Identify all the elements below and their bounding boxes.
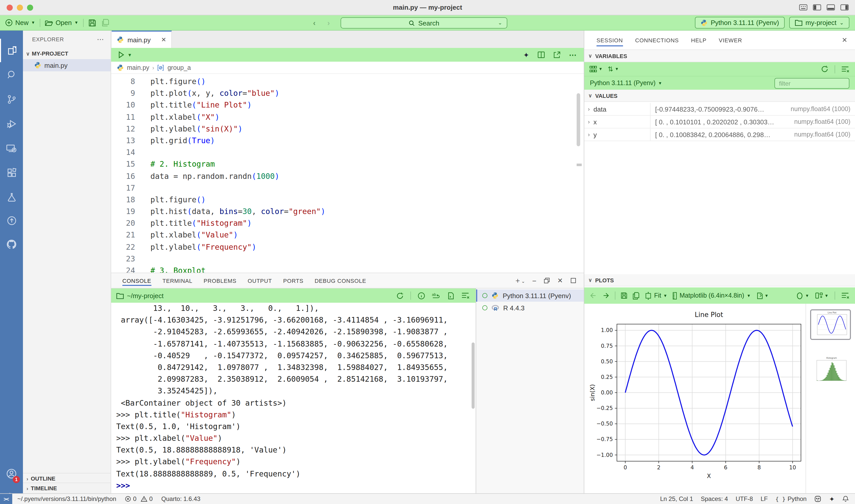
remote-console-icon[interactable]	[0, 137, 23, 160]
right-tab-session[interactable]: SESSION	[596, 31, 623, 50]
run-options-caret[interactable]: ▼	[127, 52, 132, 57]
open-button[interactable]: Open▼	[45, 19, 78, 26]
console-info-icon[interactable]	[417, 292, 425, 300]
project-button[interactable]: my-project ⌄	[789, 17, 849, 29]
code-line[interactable]: 22plt.ylabel("Frequency")	[111, 241, 584, 253]
right-tab-help[interactable]: HELP	[691, 31, 707, 50]
plot-thumbnail-line[interactable]: Line Plot	[810, 309, 851, 340]
variables-session-selector[interactable]: Python 3.11.11 (Pyenv)▼	[584, 76, 855, 90]
interpreter-path[interactable]: ~/.pyenv/versions/3.11.11/bin/python	[17, 495, 116, 502]
run-debug-icon[interactable]	[0, 112, 23, 136]
tab-close-icon[interactable]: ✕	[161, 36, 166, 43]
restore-panel-icon[interactable]	[544, 277, 550, 284]
plot-theme-icon[interactable]: ▼	[796, 292, 809, 300]
export-plot-icon[interactable]: ▼	[756, 292, 769, 300]
nav-back-icon[interactable]: ‹	[313, 18, 316, 27]
timeline-section[interactable]: ›TIMELINE	[23, 483, 111, 493]
account-icon[interactable]: 1	[0, 462, 23, 485]
extensions-icon[interactable]	[0, 161, 23, 184]
notifications-bell-icon[interactable]	[842, 495, 849, 502]
file-item-mainpy[interactable]: main.py	[23, 59, 111, 71]
customize-layout-icon[interactable]	[799, 3, 807, 12]
breadcrumb-file[interactable]: main.py	[127, 64, 149, 71]
code-line[interactable]: 8plt.figure()	[111, 76, 584, 88]
plots-layout-icon[interactable]: ▼	[815, 292, 829, 299]
close-panel-icon[interactable]: ✕	[557, 277, 563, 284]
interpreter-button[interactable]: Python 3.11.11 (Pyenv)	[695, 17, 785, 29]
code-line[interactable]: 12plt.ylabel("sin(X)")	[111, 123, 584, 135]
breadcrumb-symbol[interactable]: group_a	[167, 64, 191, 71]
code-line[interactable]: 10plt.title("Line Plot")	[111, 100, 584, 111]
maximize-panel-icon[interactable]	[570, 277, 577, 284]
code-line[interactable]: 14	[111, 147, 584, 159]
feedback-icon[interactable]	[814, 495, 821, 502]
outline-section[interactable]: ›OUTLINE	[23, 473, 111, 484]
code-line[interactable]: 18plt.figure()	[111, 194, 584, 206]
explorer-icon[interactable]	[0, 39, 23, 62]
eol-sequence[interactable]: LF	[761, 495, 768, 502]
clear-console-icon[interactable]	[461, 292, 469, 299]
save-button[interactable]	[88, 19, 96, 27]
next-plot-icon[interactable]	[602, 292, 610, 299]
copy-plot-icon[interactable]	[633, 292, 639, 300]
panel-tab-problems[interactable]: PROBLEMS	[204, 273, 236, 288]
tab-mainpy[interactable]: main.py ✕	[112, 31, 172, 48]
search-input[interactable]: Search ⌄	[341, 17, 507, 29]
word-wrap-icon[interactable]: ab	[432, 292, 441, 300]
variable-row-y[interactable]: ›y[ 0. , 0.10083842, 0.20064886, 0.298…n…	[584, 128, 855, 141]
new-terminal-icon[interactable]: ＋⌄	[514, 276, 525, 285]
run-file-button[interactable]	[117, 51, 125, 59]
fit-plot-icon[interactable]: Fit▼	[644, 292, 667, 300]
code-line[interactable]: 23	[111, 253, 584, 265]
previous-plot-icon[interactable]	[589, 292, 597, 299]
save-plot-icon[interactable]	[621, 292, 628, 299]
console-scrollbar[interactable]	[471, 342, 475, 409]
editor-more-actions-icon[interactable]: ⋯	[569, 50, 577, 59]
console-output[interactable]: 13., 10., 3., 3., 0., 1.]), array([-4.16…	[116, 303, 473, 493]
clear-plots-icon[interactable]	[841, 292, 849, 299]
new-button[interactable]: New▼	[5, 19, 35, 26]
remote-indicator[interactable]: ><	[0, 494, 12, 504]
right-tab-viewer[interactable]: VIEWER	[719, 31, 742, 50]
toggle-sidebar-left-icon[interactable]	[813, 3, 821, 12]
open-in-new-window-icon[interactable]	[553, 51, 561, 59]
sparkle-ai-icon[interactable]: ✦	[523, 51, 529, 59]
language-mode[interactable]: { }Python	[776, 495, 806, 502]
restart-console-icon[interactable]	[396, 292, 404, 300]
explorer-more-icon[interactable]: ⋯	[97, 35, 105, 43]
code-line[interactable]: 24# 3. Boxplot	[111, 265, 584, 273]
panel-tab-terminal[interactable]: TERMINAL	[162, 273, 193, 288]
current-plot[interactable]: 02468101.000.750.500.250.00−0.25−0.50−0.…	[584, 304, 806, 493]
minimize-panel-icon[interactable]: −	[532, 276, 536, 285]
panel-tab-debug-console[interactable]: DEBUG CONSOLE	[315, 273, 366, 288]
quarto-version[interactable]: Quarto: 1.6.43	[161, 495, 200, 502]
problems-status[interactable]: 0 0	[125, 495, 153, 502]
code-line[interactable]: 19plt.hist(data, bins=30, color="green")	[111, 206, 584, 218]
variables-section-header[interactable]: ∨VARIABLES	[584, 50, 855, 62]
editor-scrollbar[interactable]	[577, 93, 580, 146]
variable-row-data[interactable]: ›data[-0.97448233,-0.75009923,-0.9076…nu…	[584, 103, 855, 116]
panel-tab-console[interactable]: CONSOLE	[122, 273, 151, 288]
plot-thumbnail-histogram[interactable]: Histogram	[810, 355, 851, 385]
code-line[interactable]: 16data = np.random.randn(1000)	[111, 170, 584, 182]
github-icon[interactable]	[0, 232, 23, 256]
split-editor-icon[interactable]	[537, 51, 545, 59]
code-line[interactable]: 15# 2. Histogram	[111, 159, 584, 170]
code-line[interactable]: 20plt.title("Histogram")	[111, 218, 584, 230]
save-all-button[interactable]	[101, 19, 110, 27]
clear-variables-icon[interactable]	[841, 66, 849, 73]
code-line[interactable]: 9plt.plot(x, y, color="blue")	[111, 88, 584, 100]
sort-variables-icon[interactable]: ⇅▼	[608, 65, 619, 73]
publish-icon[interactable]	[0, 209, 23, 232]
session-python[interactable]: Python 3.11.11 (Pyenv)	[476, 289, 584, 302]
cursor-position[interactable]: Ln 25, Col 1	[660, 495, 693, 502]
plot-size-button[interactable]: Matplotlib (6.4in×4.8in)▼	[673, 292, 751, 300]
indentation[interactable]: Spaces: 4	[701, 495, 728, 502]
code-line[interactable]: 21plt.xlabel("Value")	[111, 230, 584, 241]
source-control-icon[interactable]	[0, 88, 23, 111]
session-r[interactable]: RR 4.4.3	[476, 302, 584, 314]
nav-forward-icon[interactable]: ›	[327, 18, 330, 27]
code-line[interactable]: 13plt.grid(True)	[111, 135, 584, 147]
code-editor[interactable]: 8plt.figure()9plt.plot(x, y, color="blue…	[111, 74, 584, 273]
toggle-sidebar-right-icon[interactable]	[840, 3, 849, 12]
